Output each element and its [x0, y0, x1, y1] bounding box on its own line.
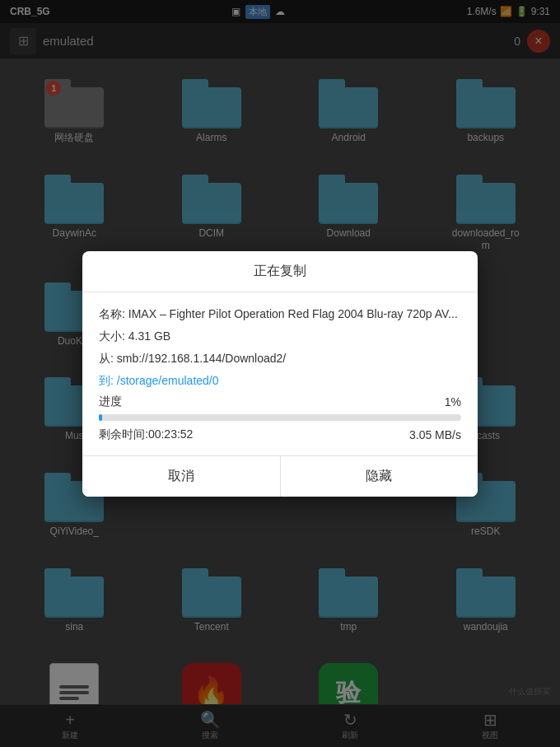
remain-time-label: 剩余时间:00:23:52: [99, 427, 193, 442]
progress-label: 进度: [99, 395, 122, 409]
dialog-body: 名称: IMAX – Fighter Pilot Operation Red F…: [82, 292, 478, 455]
progress-bar-container: [99, 414, 461, 421]
name-value: IMAX – Fighter Pilot Operation Red Flag …: [128, 307, 458, 320]
progress-pct: 1%: [445, 395, 461, 409]
copy-dialog: 正在复制 名称: IMAX – Fighter Pilot Operation …: [82, 251, 478, 497]
size-value: 4.31 GB: [128, 329, 170, 343]
cancel-button[interactable]: 取消: [82, 456, 281, 497]
dialog-from-row: 从: smb://192.168.1.144/Download2/: [99, 350, 461, 367]
to-value: /storage/emulated/0: [117, 374, 219, 387]
dialog-overlay: 正在复制 名称: IMAX – Fighter Pilot Operation …: [0, 0, 560, 747]
from-label: 从:: [99, 352, 114, 365]
dialog-buttons: 取消 隐藏: [82, 455, 478, 497]
dialog-size-row: 大小: 4.31 GB: [99, 328, 461, 345]
name-label: 名称:: [99, 307, 125, 320]
speed-label: 3.05 MB/s: [409, 428, 461, 441]
dialog-name-row: 名称: IMAX – Fighter Pilot Operation Red F…: [99, 306, 461, 323]
size-label: 大小:: [99, 329, 125, 343]
to-label: 到:: [99, 374, 114, 387]
dialog-title: 正在复制: [82, 251, 478, 292]
dialog-to-row: 到: /storage/emulated/0: [99, 372, 461, 390]
progress-row: 进度 1%: [99, 395, 461, 409]
hide-button[interactable]: 隐藏: [281, 456, 478, 497]
dialog-footer-row: 剩余时间:00:23:52 3.05 MB/s: [99, 427, 461, 442]
progress-bar-fill: [99, 414, 102, 421]
from-value: smb://192.168.1.144/Download2/: [117, 352, 286, 365]
